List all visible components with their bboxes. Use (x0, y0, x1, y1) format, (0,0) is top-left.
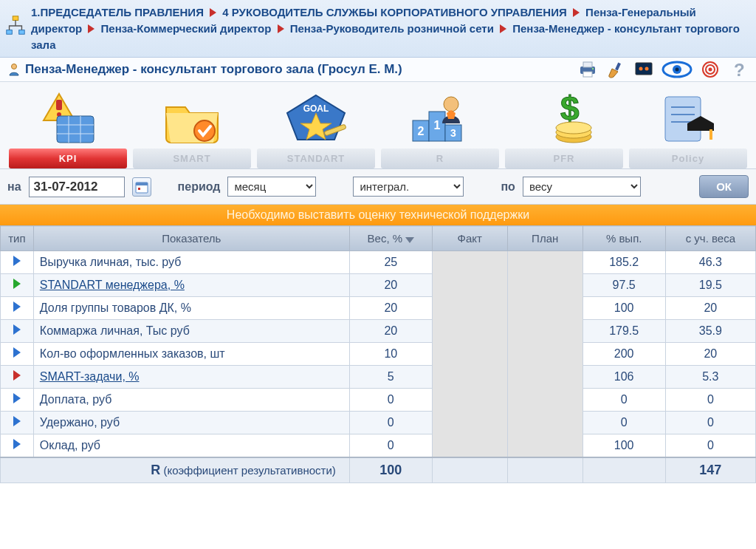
triangle-red-icon (13, 370, 21, 381)
svg-point-17 (709, 68, 712, 72)
row-indicator[interactable]: Кол-во оформленных заказов, шт (33, 343, 349, 366)
svg-rect-5 (583, 62, 592, 67)
row-fact (432, 297, 507, 320)
total-weighted: 147 (665, 457, 755, 483)
tab-r[interactable]: 2 1 3 R (381, 89, 499, 168)
row-weighted: 20 (665, 297, 755, 320)
monitor-icon[interactable] (633, 61, 654, 78)
col-type[interactable]: тип (1, 226, 34, 251)
triangle-blue-icon (13, 347, 21, 358)
kpi-table: тип Показатель Вес, % Факт План % вып. с… (0, 225, 756, 483)
row-weight: 5 (349, 366, 432, 389)
breadcrumb-item[interactable]: 4 РУКОВОДИТЕЛЬ СЛУЖБЫ КОРПОРАТИВНОГО УПР… (222, 6, 567, 18)
help-icon[interactable]: ? (728, 61, 749, 78)
kpi-icon (35, 89, 101, 149)
table-row[interactable]: Удержано, руб000 (1, 412, 756, 434)
tab-smart[interactable]: SMART (133, 89, 251, 168)
row-fact (432, 251, 507, 274)
tab-standart[interactable]: GOAL STANDART (257, 89, 375, 168)
row-pct: 185.2 (583, 251, 665, 274)
row-pct: 100 (583, 297, 665, 320)
row-weighted: 35.9 (665, 320, 755, 343)
row-pct: 97.5 (583, 274, 665, 297)
tab-kpi[interactable]: KPI (9, 89, 127, 168)
row-type-icon (1, 297, 34, 320)
triangle-blue-icon (13, 439, 21, 449)
row-indicator[interactable]: Удержано, руб (33, 412, 349, 434)
svg-rect-20 (56, 100, 62, 110)
folder-check-icon (159, 89, 225, 149)
table-row[interactable]: SMART-задачи, %51065.3 (1, 366, 756, 389)
print-icon[interactable] (577, 61, 598, 78)
calendar-button[interactable] (132, 177, 151, 197)
row-weight: 0 (349, 434, 432, 458)
row-indicator[interactable]: Коммаржа личная, Тыс руб (33, 320, 349, 343)
col-weighted[interactable]: с уч. веса (665, 226, 755, 251)
period-select[interactable]: месяц (227, 177, 316, 197)
svg-rect-2 (19, 30, 25, 35)
row-type-icon (1, 320, 34, 343)
table-row[interactable]: Коммаржа личная, Тыс руб20179.535.9 (1, 320, 756, 343)
tab-label: STANDART (257, 149, 375, 168)
breadcrumb-text[interactable]: 1.ПРЕДСЕДАТЕЛЬ ПРАВЛЕНИЯ 4 РУКОВОДИТЕЛЬ … (31, 4, 749, 52)
policy-document-icon (655, 89, 721, 149)
tab-policy[interactable]: Policy (629, 89, 747, 168)
row-indicator[interactable]: STANDART менеджера, % (33, 274, 349, 297)
row-type-icon (1, 274, 34, 297)
col-fact[interactable]: Факт (432, 226, 507, 251)
svg-rect-6 (583, 72, 592, 77)
sort-desc-icon (405, 237, 414, 243)
table-row[interactable]: Оклад, руб01000 (1, 434, 756, 458)
row-pct: 100 (583, 434, 665, 458)
table-row[interactable]: Доля группы товаров ДК, %2010020 (1, 297, 756, 320)
total-row: R (коэффициент результативности) 100 147 (1, 457, 756, 483)
eye-icon[interactable] (662, 61, 693, 78)
target-icon[interactable] (700, 61, 721, 78)
ranking-person-icon: 2 1 3 (407, 89, 473, 149)
row-indicator[interactable]: SMART-задачи, % (33, 366, 349, 389)
row-pct: 179.5 (583, 320, 665, 343)
org-chart-icon (4, 15, 27, 37)
tab-label: Policy (629, 149, 747, 168)
svg-rect-43 (665, 97, 701, 141)
svg-point-38 (444, 97, 458, 112)
col-pct[interactable]: % вып. (583, 226, 665, 251)
row-indicator[interactable]: Доля группы товаров ДК, % (33, 297, 349, 320)
row-weighted: 0 (665, 412, 755, 434)
ok-button[interactable]: ОК (699, 175, 749, 198)
row-fact (432, 412, 507, 434)
breadcrumb-item[interactable]: Пенза-Коммерческий директор (101, 22, 272, 35)
date-input[interactable] (29, 177, 125, 197)
tab-label: KPI (9, 149, 127, 168)
tab-label: PFR (505, 149, 623, 168)
breadcrumb-item[interactable]: 1.ПРЕДСЕДАТЕЛЬ ПРАВЛЕНИЯ (31, 6, 204, 18)
col-indicator[interactable]: Показатель (33, 226, 349, 251)
svg-rect-8 (615, 63, 621, 71)
col-plan[interactable]: План (507, 226, 583, 251)
row-indicator[interactable]: Доплата, руб (33, 389, 349, 412)
svg-text:3: 3 (450, 127, 456, 139)
table-row[interactable]: STANDART менеджера, %2097.519.5 (1, 274, 756, 297)
mode-select[interactable]: интеграл. (353, 177, 464, 197)
row-indicator[interactable]: Оклад, руб (33, 434, 349, 458)
table-row[interactable]: Доплата, руб000 (1, 389, 756, 412)
by-select[interactable]: весу (523, 177, 641, 197)
row-type-icon (1, 251, 34, 274)
title-bar: Пенза-Менеджер - консультант торгового з… (0, 58, 756, 82)
breadcrumb-separator-icon (88, 24, 94, 33)
svg-point-27 (194, 120, 215, 141)
table-row[interactable]: Кол-во оформленных заказов, шт1020020 (1, 343, 756, 366)
svg-point-10 (639, 67, 643, 71)
row-weighted: 46.3 (665, 251, 755, 274)
row-weighted: 20 (665, 343, 755, 366)
brush-icon[interactable] (605, 61, 626, 78)
period-label: период (178, 180, 221, 194)
svg-rect-9 (636, 63, 652, 75)
row-weighted: 0 (665, 434, 755, 458)
table-row[interactable]: Выручка личная, тыс. руб25185.246.3 (1, 251, 756, 274)
row-indicator[interactable]: Выручка личная, тыс. руб (33, 251, 349, 274)
breadcrumb-item[interactable]: Пенза-Руководитель розничной сети (290, 22, 494, 35)
col-weight[interactable]: Вес, % (349, 226, 432, 251)
tab-pfr[interactable]: $ PFR (505, 89, 623, 168)
row-weight: 10 (349, 343, 432, 366)
